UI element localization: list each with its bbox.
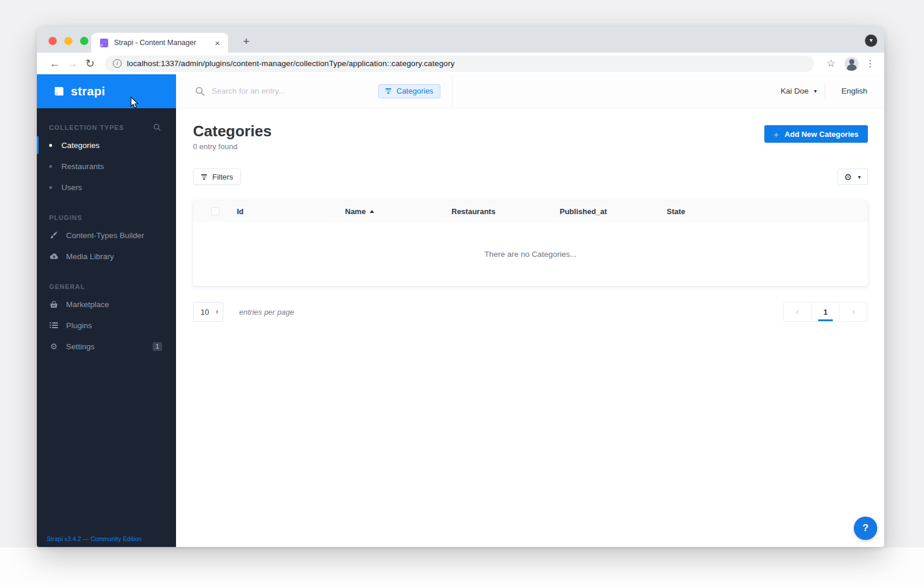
help-button[interactable]: ?: [854, 517, 877, 540]
sidebar-item-categories[interactable]: Categories: [37, 135, 176, 156]
forward-icon[interactable]: →: [64, 57, 81, 70]
new-tab-button[interactable]: +: [239, 35, 254, 50]
close-window-button[interactable]: [49, 37, 57, 45]
bookmark-star-icon[interactable]: ☆: [822, 57, 840, 70]
section-general: GENERAL: [37, 283, 176, 290]
sidebar-item-settings[interactable]: ⚙ Settings 1: [37, 336, 176, 357]
entries-table: Id Name Restaurants Published_at State T…: [193, 201, 868, 286]
page-title: Categories: [193, 123, 271, 139]
sidebar-menu: COLLECTION TYPES Categories Restaurants: [37, 108, 176, 357]
caret-down-icon: ▾: [858, 174, 861, 180]
zoom-window-button[interactable]: [80, 37, 88, 45]
back-icon[interactable]: ←: [46, 57, 64, 70]
paintbrush-icon: [49, 231, 58, 239]
browser-tab[interactable]: Strapi - Content Manager ×: [91, 33, 228, 53]
select-all-checkbox[interactable]: [211, 207, 219, 215]
settings-gear-icon: ⚙: [49, 342, 58, 351]
column-header-id[interactable]: Id: [237, 207, 345, 216]
strapi-logo-icon: [53, 85, 65, 98]
sidebar-item-label: Restaurants: [61, 162, 104, 171]
section-label: PLUGINS: [49, 214, 82, 221]
brand-name: strapi: [71, 84, 105, 98]
chip-label: Categories: [397, 87, 433, 95]
cloud-upload-icon: [49, 253, 58, 260]
add-button-label: Add New Categories: [785, 130, 859, 139]
entry-count: 0 entry found: [193, 142, 271, 151]
add-new-categories-button[interactable]: + Add New Categories: [764, 125, 868, 143]
sidebar-item-label: Marketplace: [66, 300, 109, 309]
pagination-row: 10 ▴▾ entries per page ‹ 1 ›: [193, 302, 868, 322]
topbar-right: Kai Doe ▾ English: [781, 74, 884, 108]
sidebar-item-label: Content-Types Builder: [66, 231, 144, 240]
section-plugins: PLUGINS: [37, 214, 176, 221]
language-selector[interactable]: English: [825, 87, 884, 95]
tab-search-button[interactable]: ▾: [865, 35, 877, 47]
table-toolbar: Filters ⚙ ▾: [193, 168, 868, 185]
entry-search[interactable]: [176, 87, 351, 96]
section-collection-types: COLLECTION TYPES: [37, 123, 176, 131]
tab-close-icon[interactable]: ×: [212, 38, 222, 48]
sidebar-search-icon[interactable]: [153, 123, 161, 131]
section-label: GENERAL: [49, 283, 85, 290]
filters-button[interactable]: Filters: [193, 168, 241, 185]
section-label: COLLECTION TYPES: [49, 124, 124, 131]
bullet-icon: [49, 186, 52, 189]
bullet-icon: [49, 144, 52, 147]
sidebar-item-restaurants[interactable]: Restaurants: [37, 156, 176, 177]
sort-asc-icon: [370, 210, 374, 213]
sidebar-item-users[interactable]: Users: [37, 177, 176, 198]
page-header: Categories 0 entry found + Add New Categ…: [193, 123, 868, 151]
browser-profile-avatar[interactable]: [844, 57, 859, 71]
pagination: ‹ 1 ›: [783, 302, 868, 322]
browser-menu-icon[interactable]: ⋮: [863, 58, 877, 69]
current-page-button[interactable]: 1: [812, 302, 839, 321]
sidebar-item-marketplace[interactable]: Marketplace: [37, 294, 176, 315]
column-header-state[interactable]: State: [667, 207, 685, 216]
search-input[interactable]: [212, 87, 346, 95]
minimize-window-button[interactable]: [64, 37, 73, 45]
table-empty-state: There are no Categories...: [193, 222, 868, 286]
strapi-logo[interactable]: strapi: [37, 74, 176, 108]
settings-badge: 1: [153, 342, 162, 351]
filters-label: Filters: [212, 173, 233, 181]
collection-filter-chip[interactable]: Categories: [378, 84, 440, 98]
sidebar-item-label: Plugins: [66, 321, 92, 330]
column-label: Name: [345, 207, 366, 216]
sidebar-item-media-library[interactable]: Media Library: [37, 246, 176, 267]
strapi-admin: strapi COLLECTION TYPES Categories Resta: [37, 74, 884, 547]
user-menu[interactable]: Kai Doe ▾: [781, 87, 825, 95]
next-page-button[interactable]: ›: [840, 302, 867, 321]
column-header-restaurants[interactable]: Restaurants: [451, 207, 560, 216]
column-header-name[interactable]: Name: [345, 207, 451, 216]
column-header-published-at[interactable]: Published_at: [560, 207, 667, 216]
user-name: Kai Doe: [781, 87, 809, 95]
chevron-right-icon: ›: [852, 307, 855, 317]
browser-tab-strip: Strapi - Content Manager × + ▾: [37, 26, 884, 53]
caret-down-icon: ▾: [814, 88, 817, 94]
site-info-icon[interactable]: i: [113, 59, 122, 68]
app-topbar: Categories Kai Doe ▾ English: [176, 74, 884, 108]
url-bar[interactable]: i localhost:1337/admin/plugins/content-m…: [105, 56, 814, 72]
previous-page-button[interactable]: ‹: [784, 302, 811, 321]
entries-per-page-select[interactable]: 10 ▴▾: [193, 302, 223, 322]
basket-icon: [49, 301, 58, 308]
sidebar-item-content-types-builder[interactable]: Content-Types Builder: [37, 225, 176, 246]
tab-title: Strapi - Content Manager: [114, 39, 212, 47]
table-settings-button[interactable]: ⚙ ▾: [837, 168, 868, 185]
list-icon: [49, 322, 58, 329]
version-footer-link[interactable]: Strapi v3.4.2 — Community Edition: [47, 536, 142, 542]
sidebar-item-label: Settings: [66, 342, 95, 351]
gear-icon: ⚙: [844, 173, 852, 181]
content: Categories 0 entry found + Add New Categ…: [176, 108, 884, 547]
reload-icon[interactable]: ↻: [81, 57, 99, 70]
bullet-icon: [49, 165, 52, 168]
table-header-row: Id Name Restaurants Published_at State: [193, 201, 868, 222]
topbar-divider: [452, 74, 453, 108]
sidebar-item-label: Users: [61, 183, 82, 192]
strapi-favicon-icon: [99, 38, 109, 47]
plus-icon: +: [774, 129, 779, 139]
browser-window: Strapi - Content Manager × + ▾ ← → ↻ i l…: [37, 26, 884, 547]
sidebar-item-plugins[interactable]: Plugins: [37, 315, 176, 336]
browser-toolbar: ← → ↻ i localhost:1337/admin/plugins/con…: [37, 53, 884, 74]
search-icon: [195, 87, 205, 96]
